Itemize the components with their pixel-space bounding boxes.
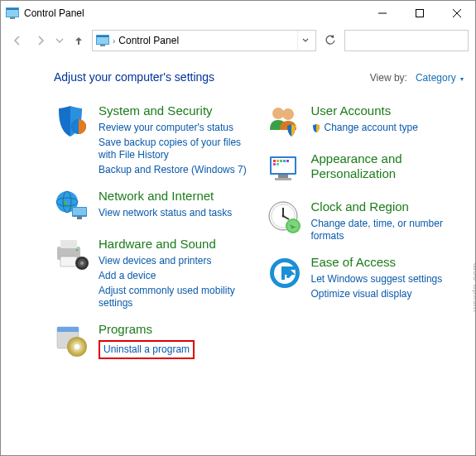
watermark: wsxdn.com: [470, 262, 475, 312]
maximize-button[interactable]: [401, 1, 438, 26]
svg-rect-20: [77, 217, 82, 219]
svg-rect-38: [280, 160, 282, 162]
window-title: Control Panel: [24, 7, 84, 19]
link-add-device[interactable]: Add a device: [99, 269, 252, 283]
category-title[interactable]: Network and Internet: [99, 189, 232, 204]
category-title[interactable]: Appearance and Personalization: [311, 151, 464, 181]
control-panel-icon: [96, 34, 109, 47]
user-accounts-icon[interactable]: [267, 103, 303, 140]
category-title[interactable]: Clock and Region: [311, 199, 464, 214]
page-title: Adjust your computer's settings: [54, 70, 214, 84]
category-clock-region: Clock and Region Change date, time, or n…: [267, 199, 464, 243]
svg-point-24: [76, 249, 79, 252]
category-title[interactable]: System and Security: [99, 103, 252, 118]
link-file-history[interactable]: Save backup copies of your files with Fi…: [99, 136, 252, 162]
close-button[interactable]: [438, 1, 475, 26]
category-hardware-sound: Hardware and Sound View devices and prin…: [54, 237, 252, 310]
category-ease-of-access: Ease of Access Let Windows suggest setti…: [267, 255, 464, 301]
link-suggest-settings[interactable]: Let Windows suggest settings: [311, 272, 443, 286]
clock-icon[interactable]: [267, 199, 303, 236]
svg-point-27: [80, 262, 84, 265]
appearance-icon[interactable]: [267, 151, 303, 188]
control-panel-icon: [6, 7, 19, 20]
up-button[interactable]: [69, 31, 89, 50]
content-area: Adjust your computer's settings View by:…: [1, 55, 475, 455]
category-column-right: User Accounts Change account type: [267, 103, 464, 359]
svg-rect-29: [57, 327, 79, 332]
category-appearance: Appearance and Personalization: [267, 151, 464, 188]
view-by-value[interactable]: Category: [416, 72, 456, 84]
link-change-account-type[interactable]: Change account type: [325, 121, 418, 135]
breadcrumb-text[interactable]: Control Panel: [118, 35, 179, 46]
titlebar: Control Panel: [1, 1, 475, 26]
svg-rect-36: [273, 160, 276, 162]
svg-rect-44: [275, 178, 291, 180]
svg-rect-41: [273, 163, 276, 166]
link-optimize-display[interactable]: Optimize visual display: [311, 287, 443, 301]
svg-rect-10: [97, 36, 108, 37]
refresh-button[interactable]: [320, 30, 341, 51]
category-user-accounts: User Accounts Change account type: [267, 103, 464, 140]
programs-disc-icon[interactable]: [54, 322, 90, 358]
recent-locations-button[interactable]: [54, 31, 65, 50]
chevron-down-icon[interactable]: ▾: [460, 75, 464, 83]
svg-point-31: [75, 344, 79, 349]
category-title[interactable]: Hardware and Sound: [99, 237, 252, 252]
forward-button[interactable]: [31, 31, 50, 50]
svg-rect-3: [10, 17, 15, 19]
link-network-status[interactable]: View network status and tasks: [99, 206, 232, 220]
category-system-security: System and Security Review your computer…: [54, 103, 252, 177]
category-programs: Programs Uninstall a program: [54, 322, 252, 359]
svg-rect-2: [7, 8, 18, 10]
link-review-status[interactable]: Review your computer's status: [99, 121, 252, 135]
printer-icon[interactable]: [54, 237, 90, 273]
svg-rect-40: [286, 160, 289, 162]
svg-rect-11: [100, 45, 105, 46]
link-uninstall-program[interactable]: Uninstall a program: [99, 340, 195, 359]
minimize-button[interactable]: [363, 1, 401, 26]
view-by-control[interactable]: View by: Category ▾: [370, 72, 464, 84]
chevron-right-icon[interactable]: ›: [113, 36, 115, 46]
svg-rect-43: [278, 175, 288, 178]
svg-rect-19: [73, 208, 86, 215]
shield-small-icon: [311, 123, 321, 133]
svg-rect-42: [276, 163, 279, 166]
back-button[interactable]: [7, 31, 27, 50]
breadcrumb[interactable]: › Control Panel: [92, 30, 316, 51]
link-change-formats[interactable]: Change date, time, or number formats: [311, 217, 464, 243]
category-title[interactable]: User Accounts: [311, 103, 418, 118]
view-by-label: View by:: [370, 72, 407, 84]
search-input[interactable]: [353, 34, 476, 47]
breadcrumb-dropdown[interactable]: [297, 31, 312, 50]
link-devices-printers[interactable]: View devices and printers: [99, 254, 252, 268]
link-backup-restore[interactable]: Backup and Restore (Windows 7): [99, 163, 252, 177]
network-globe-icon[interactable]: [54, 189, 90, 225]
category-column-left: System and Security Review your computer…: [54, 103, 252, 359]
category-network-internet: Network and Internet View network status…: [54, 189, 252, 225]
category-title[interactable]: Programs: [99, 322, 195, 337]
navbar: › Control Panel: [1, 26, 475, 55]
svg-point-49: [281, 215, 284, 218]
svg-rect-37: [276, 160, 279, 162]
svg-point-32: [272, 108, 284, 119]
svg-point-33: [282, 108, 294, 120]
svg-rect-23: [60, 257, 77, 266]
svg-rect-22: [60, 240, 77, 248]
shield-icon[interactable]: [54, 103, 90, 140]
svg-rect-5: [416, 10, 423, 17]
ease-of-access-icon[interactable]: [267, 255, 303, 291]
category-title[interactable]: Ease of Access: [311, 255, 443, 270]
search-box[interactable]: [344, 30, 469, 51]
svg-rect-39: [283, 160, 286, 162]
link-mobility-settings[interactable]: Adjust commonly used mobility settings: [99, 284, 252, 310]
